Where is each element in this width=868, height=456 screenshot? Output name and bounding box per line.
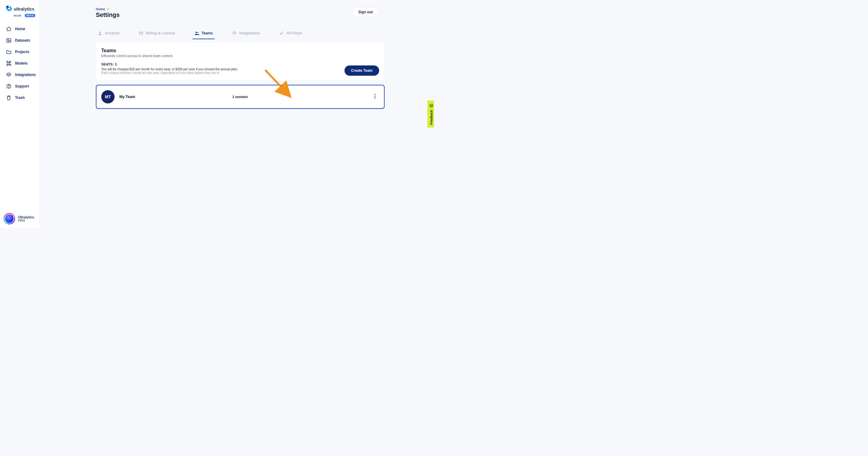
brand: ultralytics HUB BETA <box>0 0 40 20</box>
sidebar-item-projects[interactable]: Projects <box>0 46 40 58</box>
user-name: Ultralytics <box>18 215 34 219</box>
help-circle-icon <box>6 84 11 89</box>
teams-heading: Teams <box>101 48 379 53</box>
feedback-label: Feedback <box>430 110 433 124</box>
command-icon <box>6 61 11 66</box>
signout-button[interactable]: Sign out <box>352 7 379 17</box>
trash-icon <box>6 95 11 101</box>
tab-label: API Keys <box>287 31 302 35</box>
current-user[interactable]: Ultralytics PRO <box>0 213 40 224</box>
tab-label: Account <box>105 31 119 35</box>
tab-teams[interactable]: Teams <box>193 28 215 39</box>
sidebar-item-label: Support <box>15 84 29 88</box>
team-more-menu-button[interactable] <box>371 93 379 101</box>
page-header: Home > Settings Sign out <box>40 7 434 19</box>
tab-account[interactable]: Account <box>96 28 121 39</box>
sidebar-item-label: Datasets <box>15 38 30 42</box>
seats-count: SEATS: 1 <box>101 62 379 66</box>
svg-rect-7 <box>139 32 143 34</box>
breadcrumb: Home > <box>96 7 120 11</box>
beta-badge: BETA <box>25 14 36 17</box>
svg-point-13 <box>374 97 375 98</box>
tab-apikeys[interactable]: API Keys <box>278 28 304 39</box>
svg-point-16 <box>431 105 431 105</box>
key-icon <box>279 31 284 36</box>
tab-label: Integrations <box>239 31 260 35</box>
sidebar-item-trash[interactable]: Trash <box>0 92 40 104</box>
image-icon <box>6 38 11 43</box>
create-team-button[interactable]: Create Team <box>344 65 379 76</box>
more-vertical-icon <box>374 94 375 100</box>
sidebar-item-label: Home <box>15 27 25 31</box>
breadcrumb-home[interactable]: Home <box>96 7 105 11</box>
people-icon <box>194 31 199 36</box>
sidebar-item-home[interactable]: Home <box>0 23 40 35</box>
svg-point-3 <box>7 39 8 40</box>
svg-rect-2 <box>7 38 11 42</box>
sidebar-item-integrations[interactable]: Integrations <box>0 69 40 81</box>
sidebar-item-support[interactable]: Support <box>0 81 40 92</box>
sidebar-item-label: Models <box>15 61 27 65</box>
smile-icon <box>429 104 433 108</box>
teams-panel: Teams Efficiently control access to shar… <box>96 42 384 81</box>
tab-integrations[interactable]: Integrations <box>230 28 262 39</box>
tab-label: Teams <box>202 31 213 35</box>
user-icon <box>98 31 102 36</box>
sidebar-item-label: Projects <box>15 50 29 54</box>
folder-icon <box>6 49 11 55</box>
sidebar: ultralytics HUB BETA Home Datasets <box>0 0 40 228</box>
team-member-count: 1 member <box>96 95 384 98</box>
brand-logo-icon <box>6 5 12 13</box>
settings-tabs: Account Billing & License Teams <box>96 27 434 39</box>
breadcrumb-separator: > <box>107 7 109 11</box>
main: Home > Settings Sign out Account Billing… <box>40 0 434 228</box>
card-icon <box>138 31 144 36</box>
sidebar-nav: Home Datasets Projects <box>0 23 40 104</box>
sidebar-item-models[interactable]: Models <box>0 58 40 69</box>
svg-point-9 <box>197 32 198 33</box>
svg-point-8 <box>195 32 197 33</box>
svg-point-12 <box>374 95 375 96</box>
tab-billing[interactable]: Billing & License <box>137 28 177 39</box>
svg-point-17 <box>432 105 432 105</box>
svg-point-6 <box>99 32 101 33</box>
svg-point-5 <box>8 87 9 87</box>
user-plan: PRO <box>18 219 34 222</box>
svg-point-10 <box>280 33 281 34</box>
teams-subtitle: Efficiently control access to shared tea… <box>101 54 379 58</box>
seats-counting-note: Each unique member counts as one seat, r… <box>101 71 379 75</box>
home-icon <box>6 26 11 32</box>
team-avatar: MT <box>101 90 115 104</box>
user-name-block: Ultralytics PRO <box>18 215 34 222</box>
sidebar-item-datasets[interactable]: Datasets <box>0 35 40 46</box>
team-name: My Team <box>119 95 135 99</box>
seats-pricing-note: You will be charged $20 per month for ev… <box>101 67 379 71</box>
team-row[interactable]: MT My Team 1 member <box>96 85 384 109</box>
page-title: Settings <box>96 11 120 19</box>
layers-icon <box>6 72 11 78</box>
feedback-tab[interactable]: Feedback <box>427 101 434 127</box>
sidebar-item-label: Integrations <box>15 73 36 77</box>
sidebar-item-label: Trash <box>15 95 25 100</box>
svg-point-11 <box>374 94 375 95</box>
tab-label: Billing & License <box>146 31 175 35</box>
brand-row[interactable]: ultralytics <box>6 5 37 13</box>
brand-subtitle: HUB BETA <box>6 14 37 17</box>
brand-name: ultralytics <box>14 7 34 11</box>
user-avatar <box>4 213 15 224</box>
layers-icon <box>232 31 237 36</box>
